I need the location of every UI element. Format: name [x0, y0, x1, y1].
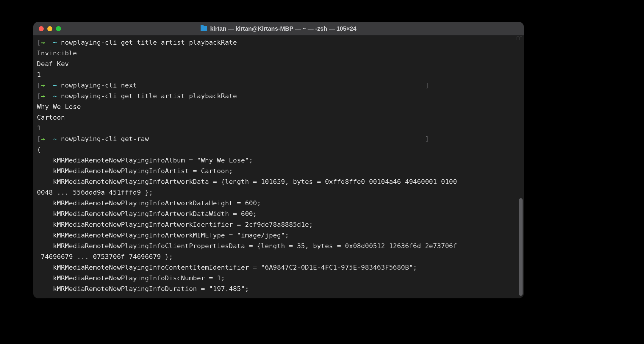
prompt-arrow: →	[41, 135, 45, 143]
prompt-bracket-close: ]	[425, 82, 429, 89]
prompt-arrow: →	[41, 39, 45, 46]
traffic-lights	[33, 26, 61, 31]
prompt-cwd: ~	[53, 135, 57, 143]
prompt-arrow: →	[41, 82, 45, 89]
output-line: kMRMediaRemoteNowPlayingInfoContentItemI…	[37, 264, 417, 271]
output-line: 0048 ... 556ddd9a 451fffd9 };	[37, 189, 153, 196]
prompt-cwd: ~	[53, 92, 57, 100]
scrollbar-track[interactable]	[518, 37, 523, 297]
terminal-window: kirtan — kirtan@Kirtans-MBP — ~ — -zsh —…	[33, 22, 524, 298]
close-button[interactable]	[39, 26, 44, 31]
output-line: kMRMediaRemoteNowPlayingInfoArtworkData …	[37, 178, 457, 185]
output-line: Deaf Kev	[37, 60, 69, 68]
window-titlebar[interactable]: kirtan — kirtan@Kirtans-MBP — ~ — -zsh —…	[33, 22, 524, 35]
terminal-output: [→ ~ nowplaying-cli get title artist pla…	[33, 35, 524, 298]
output-line: kMRMediaRemoteNowPlayingInfoArtworkDataH…	[37, 199, 261, 207]
output-line: 1	[37, 71, 41, 78]
output-line: Why We Lose	[37, 103, 81, 110]
prompt-bracket-open: [	[37, 82, 41, 89]
prompt-cwd: ~	[53, 39, 57, 46]
prompt-bracket-close: ]	[425, 135, 429, 143]
window-title: kirtan — kirtan@Kirtans-MBP — ~ — -zsh —…	[210, 25, 357, 32]
prompt-bracket-open: [	[37, 92, 41, 100]
output-line: kMRMediaRemoteNowPlayingInfoDiscNumber =…	[37, 274, 225, 282]
output-line: 1	[37, 124, 41, 132]
zoom-button[interactable]	[56, 26, 61, 31]
output-line: kMRMediaRemoteNowPlayingInfoArtworkDataW…	[37, 210, 257, 218]
cmd-line: nowplaying-cli get-raw	[61, 135, 149, 143]
output-line: kMRMediaRemoteNowPlayingInfoArtist = Car…	[37, 167, 233, 175]
output-line: Invincible	[37, 49, 77, 57]
cmd-line: nowplaying-cli get title artist playback…	[61, 92, 237, 100]
prompt-bracket-open: [	[37, 39, 41, 46]
minimize-button[interactable]	[47, 26, 52, 31]
output-line: kMRMediaRemoteNowPlayingInfoDuration = "…	[37, 285, 249, 293]
prompt-arrow: →	[41, 92, 45, 100]
output-line: kMRMediaRemoteNowPlayingInfoArtworkIdent…	[37, 221, 313, 228]
cmd-line: nowplaying-cli get title artist playback…	[61, 39, 237, 46]
output-line: {	[37, 146, 41, 153]
folder-icon	[201, 26, 207, 31]
terminal-body[interactable]: [→ ~ nowplaying-cli get title artist pla…	[33, 35, 524, 298]
cmd-line: nowplaying-cli next	[61, 82, 137, 89]
prompt-bracket-open: [	[37, 135, 41, 143]
titlebar-center: kirtan — kirtan@Kirtans-MBP — ~ — -zsh —…	[33, 22, 524, 35]
prompt-cwd: ~	[53, 82, 57, 89]
scrollbar-thumb[interactable]	[519, 198, 523, 296]
output-line: kMRMediaRemoteNowPlayingInfoAlbum = "Why…	[37, 157, 253, 164]
output-line: 74696679 ... 0753706f 74696679 };	[37, 253, 173, 260]
output-line: kMRMediaRemoteNowPlayingInfoClientProper…	[37, 242, 457, 250]
output-line: kMRMediaRemoteNowPlayingInfoArtworkMIMET…	[37, 232, 289, 239]
output-line: Cartoon	[37, 114, 65, 121]
